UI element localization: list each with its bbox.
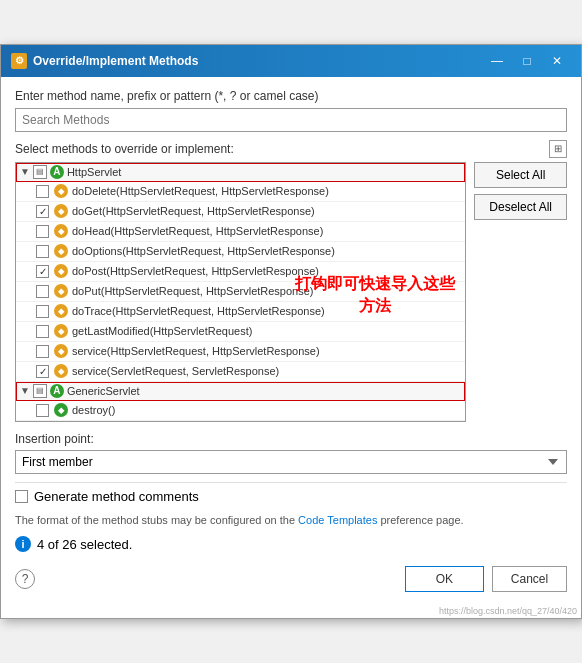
method-icon: ◆ — [54, 403, 68, 417]
search-input[interactable] — [15, 108, 567, 132]
class-doc-icon: ▤ — [33, 165, 47, 179]
chevron-down-icon: ▼ — [20, 385, 30, 396]
method-row[interactable]: ✓ ◆ doPost(HttpServletRequest, HttpServl… — [16, 262, 465, 282]
insertion-section: Insertion point: First member Last membe… — [15, 432, 567, 474]
search-description: Enter method name, prefix or pattern (*,… — [15, 89, 567, 103]
method-checkbox[interactable] — [36, 325, 49, 338]
method-checkbox[interactable] — [36, 185, 49, 198]
select-all-button[interactable]: Select All — [474, 162, 567, 188]
method-icon: ◆ — [54, 264, 68, 278]
method-row[interactable]: ✓ ◆ doGet(HttpServletRequest, HttpServle… — [16, 202, 465, 222]
watermark: https://blog.csdn.net/qq_27/40/420 — [1, 604, 581, 618]
method-icon: ◆ — [54, 224, 68, 238]
dialog-body: Enter method name, prefix or pattern (*,… — [1, 77, 581, 605]
method-checkbox[interactable] — [36, 404, 49, 417]
method-name: service(ServletRequest, ServletResponse) — [72, 365, 279, 377]
method-icon: ◆ — [54, 244, 68, 258]
method-name: service(HttpServletRequest, HttpServletR… — [72, 345, 320, 357]
close-button[interactable]: ✕ — [543, 51, 571, 71]
method-checkbox[interactable] — [36, 225, 49, 238]
class-doc-icon: ▤ — [33, 384, 47, 398]
method-checkbox[interactable] — [36, 345, 49, 358]
method-checkbox[interactable] — [36, 305, 49, 318]
methods-buttons: Select All Deselect All — [474, 162, 567, 422]
generate-comments-checkbox[interactable] — [15, 490, 28, 503]
divider — [15, 482, 567, 483]
method-checkbox[interactable]: ✓ — [36, 365, 49, 378]
maximize-button[interactable]: □ — [513, 51, 541, 71]
ok-button[interactable]: OK — [405, 566, 484, 592]
method-row[interactable]: ◆ getLastModified(HttpServletRequest) — [16, 322, 465, 342]
method-icon: ◆ — [54, 184, 68, 198]
chevron-down-icon: ▼ — [20, 166, 30, 177]
insertion-select[interactable]: First member Last member Before selected… — [15, 450, 567, 474]
method-row[interactable]: ◆ service(HttpServletRequest, HttpServle… — [16, 342, 465, 362]
method-checkbox[interactable]: ✓ — [36, 205, 49, 218]
class-A-icon: A — [50, 165, 64, 179]
dialog-icon: ⚙ — [11, 53, 27, 69]
method-name: doTrace(HttpServletRequest, HttpServletR… — [72, 305, 325, 317]
expand-collapse-icon[interactable]: ⊞ — [549, 140, 567, 158]
method-row[interactable]: ◆ destroy() — [16, 401, 465, 421]
method-row[interactable]: ◆ doDelete(HttpServletRequest, HttpServl… — [16, 182, 465, 202]
method-name: doPut(HttpServletRequest, HttpServletRes… — [72, 285, 314, 297]
method-name: doPost(HttpServletRequest, HttpServletRe… — [72, 265, 319, 277]
method-name: getLastModified(HttpServletRequest) — [72, 325, 252, 337]
method-name: doGet(HttpServletRequest, HttpServletRes… — [72, 205, 315, 217]
title-bar-left: ⚙ Override/Implement Methods — [11, 53, 198, 69]
methods-area: ▼ ▤ A HttpServlet ◆ doDelete(HttpServlet… — [15, 162, 567, 422]
title-controls: — □ ✕ — [483, 51, 571, 71]
info-text: The format of the method stubs may be co… — [15, 512, 567, 529]
method-icon: ◆ — [54, 284, 68, 298]
dialog-title: Override/Implement Methods — [33, 54, 198, 68]
method-icon: ◆ — [54, 304, 68, 318]
minimize-button[interactable]: — — [483, 51, 511, 71]
selected-count: 4 of 26 selected. — [37, 537, 132, 552]
methods-section-label: Select methods to override or implement:… — [15, 140, 567, 158]
method-row[interactable]: ◆ doPut(HttpServletRequest, HttpServletR… — [16, 282, 465, 302]
method-row[interactable]: ◆ doHead(HttpServletRequest, HttpServlet… — [16, 222, 465, 242]
info-icon: i — [15, 536, 31, 552]
group-name-httpservlet: HttpServlet — [67, 166, 121, 178]
method-checkbox[interactable] — [36, 245, 49, 258]
group-row-genericservlet[interactable]: ▼ ▤ A GenericServlet — [16, 382, 465, 401]
group-row-httpservlet[interactable]: ▼ ▤ A HttpServlet — [16, 163, 465, 182]
info-row: i 4 of 26 selected. — [15, 536, 567, 552]
bottom-buttons: ? OK Cancel — [15, 562, 567, 592]
method-row[interactable]: ✓ ◆ service(ServletRequest, ServletRespo… — [16, 362, 465, 382]
method-icon: ◆ — [54, 344, 68, 358]
generate-comments-label: Generate method comments — [34, 489, 199, 504]
method-row[interactable]: ◆ getInitParameter(String) — [16, 421, 465, 422]
dialog-override-implement: ⚙ Override/Implement Methods — □ ✕ Enter… — [0, 44, 582, 620]
method-name: doHead(HttpServletRequest, HttpServletRe… — [72, 225, 323, 237]
method-checkbox[interactable]: ✓ — [36, 265, 49, 278]
method-icon: ◆ — [54, 364, 68, 378]
info-text-before: The format of the method stubs may be co… — [15, 514, 298, 526]
method-icon: ◆ — [54, 324, 68, 338]
group-name-genericservlet: GenericServlet — [67, 385, 140, 397]
method-row[interactable]: ◆ doOptions(HttpServletRequest, HttpServ… — [16, 242, 465, 262]
title-bar: ⚙ Override/Implement Methods — □ ✕ — [1, 45, 581, 77]
method-name: destroy() — [72, 404, 115, 416]
info-text-after: preference page. — [377, 514, 463, 526]
method-row[interactable]: ◆ doTrace(HttpServletRequest, HttpServle… — [16, 302, 465, 322]
cancel-button[interactable]: Cancel — [492, 566, 567, 592]
method-icon: ◆ — [54, 204, 68, 218]
generate-comments-row: Generate method comments — [15, 489, 567, 504]
method-name: doOptions(HttpServletRequest, HttpServle… — [72, 245, 335, 257]
help-button[interactable]: ? — [15, 569, 35, 589]
method-name: doDelete(HttpServletRequest, HttpServlet… — [72, 185, 329, 197]
insertion-label: Insertion point: — [15, 432, 567, 446]
class-A-icon: A — [50, 384, 64, 398]
code-templates-link[interactable]: Code Templates — [298, 514, 377, 526]
method-checkbox[interactable] — [36, 285, 49, 298]
deselect-all-button[interactable]: Deselect All — [474, 194, 567, 220]
methods-list[interactable]: ▼ ▤ A HttpServlet ◆ doDelete(HttpServlet… — [15, 162, 466, 422]
